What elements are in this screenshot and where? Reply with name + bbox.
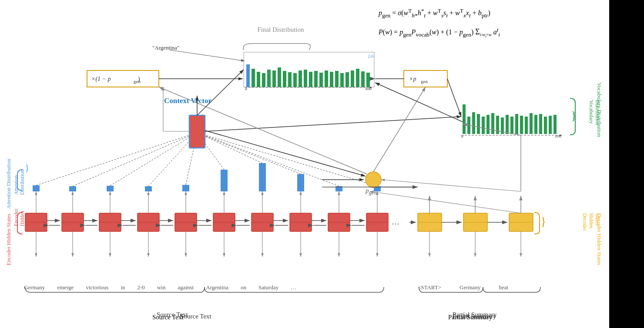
svg-rect-66	[145, 186, 152, 191]
svg-rect-63	[33, 185, 40, 191]
svg-rect-137	[530, 113, 533, 134]
svg-rect-131	[501, 117, 504, 134]
decoder-boxes	[418, 213, 533, 231]
svg-rect-134	[515, 114, 518, 134]
context-vector-box	[189, 115, 205, 148]
source-text-brace-text: Source Text	[157, 311, 188, 318]
diagram-container: pgen = σ(wTh*h*t + wTsst + wTxxt + bptr)…	[0, 0, 644, 328]
svg-text:a: a	[461, 134, 463, 138]
svg-rect-106	[309, 72, 312, 87]
source-words-row: Germany emerge victorious in 2-0 win aga…	[24, 284, 296, 291]
svg-line-82	[197, 133, 377, 186]
svg-rect-17	[252, 213, 273, 231]
svg-rect-109	[325, 70, 328, 87]
svg-rect-9	[99, 213, 121, 231]
svg-rect-105	[304, 70, 307, 87]
source-text-label: Source Text	[87, 313, 305, 320]
svg-rect-124	[467, 117, 470, 134]
attn-dist-rotated-label: AttentionDistribution	[13, 170, 26, 195]
partial-summary-brace-text: Partial Summary	[453, 311, 496, 318]
attention-to-context-lines	[36, 133, 377, 186]
attention-bars	[33, 163, 381, 191]
svg-line-157	[375, 83, 463, 122]
svg-text:×p: ×p	[409, 76, 416, 82]
svg-rect-100	[278, 67, 281, 87]
word-dec-germany: Germany	[460, 284, 480, 291]
svg-rect-107	[314, 71, 318, 87]
formula-line1: pgen = σ(wTh*h*t + wTsst + wTxxt + bptr)	[379, 4, 605, 22]
svg-line-74	[73, 133, 197, 186]
pgen-label: pgen	[366, 187, 377, 196]
svg-rect-113	[345, 72, 349, 87]
svg-line-76	[148, 133, 197, 186]
svg-rect-65	[107, 186, 114, 191]
word-against: against	[178, 284, 194, 291]
word-start: <START>	[418, 284, 441, 291]
svg-rect-44	[418, 213, 442, 231]
svg-rect-108	[319, 73, 323, 87]
word-beat: beat	[499, 284, 508, 291]
svg-rect-68	[221, 170, 228, 191]
encoder-boxes	[25, 213, 388, 231]
svg-rect-13	[175, 213, 197, 231]
svg-text:a: a	[245, 86, 247, 91]
svg-rect-19	[290, 213, 312, 231]
svg-rect-98	[267, 70, 271, 87]
svg-line-159	[197, 70, 244, 115]
svg-line-78	[197, 133, 224, 170]
attention-distribution-label: Attention Distribution	[5, 157, 12, 209]
svg-text:2-0: 2-0	[368, 54, 373, 59]
svg-text:{: {	[25, 163, 29, 172]
svg-rect-97	[262, 73, 265, 87]
svg-rect-142	[553, 115, 557, 134]
svg-line-163	[381, 180, 521, 191]
svg-rect-128	[486, 115, 490, 134]
vocabulary-distribution: a zoo	[461, 99, 570, 138]
svg-rect-99	[272, 70, 276, 87]
svg-rect-71	[335, 186, 342, 191]
svg-line-149	[205, 117, 461, 131]
svg-line-165	[463, 124, 521, 135]
svg-rect-86	[87, 70, 159, 87]
svg-rect-127	[482, 117, 485, 134]
svg-rect-64	[69, 186, 76, 191]
encoder-to-attention-arrows	[36, 191, 377, 213]
svg-rect-122	[461, 99, 570, 134]
svg-text:}: }	[571, 109, 577, 122]
svg-text:…: …	[392, 218, 399, 226]
word-win: win	[157, 284, 166, 291]
svg-rect-141	[549, 116, 552, 134]
encoder-arrows: …	[47, 218, 399, 226]
black-panel	[609, 0, 644, 328]
word-victorious: victorious	[86, 284, 108, 291]
svg-rect-102	[288, 72, 292, 87]
svg-rect-117	[366, 73, 370, 87]
word-emerge: emerge	[57, 284, 74, 291]
svg-rect-11	[138, 213, 159, 231]
svg-line-80	[197, 133, 301, 174]
svg-rect-126	[477, 114, 480, 134]
svg-rect-21	[328, 213, 350, 231]
svg-rect-69	[259, 163, 266, 191]
svg-line-79	[197, 133, 262, 163]
svg-text:×(1 − p: ×(1 − p	[91, 76, 111, 83]
pgen-circle	[366, 172, 381, 187]
svg-rect-95	[252, 69, 255, 87]
svg-rect-111	[335, 71, 339, 87]
svg-rect-136	[525, 117, 528, 134]
svg-rect-23	[366, 213, 388, 231]
argentina-label: "Argentina"	[152, 44, 179, 51]
svg-text:): )	[138, 76, 140, 83]
svg-line-158	[170, 50, 245, 61]
svg-rect-123	[463, 104, 466, 134]
svg-rect-125	[472, 112, 475, 134]
svg-rect-135	[520, 116, 523, 134]
svg-rect-7	[62, 213, 84, 231]
formula-area: pgen = σ(wTh*h*t + wTsst + wTxxt + bptr)…	[379, 4, 605, 41]
svg-text:}: }	[540, 214, 546, 228]
svg-rect-132	[506, 115, 509, 134]
formula-line2: P(w) = pgenPvocab(w) + (1 − pgen) Σi:wi=…	[379, 23, 605, 41]
svg-rect-139	[539, 114, 542, 134]
word-saturday: Saturday	[258, 284, 278, 291]
svg-rect-46	[463, 213, 487, 231]
